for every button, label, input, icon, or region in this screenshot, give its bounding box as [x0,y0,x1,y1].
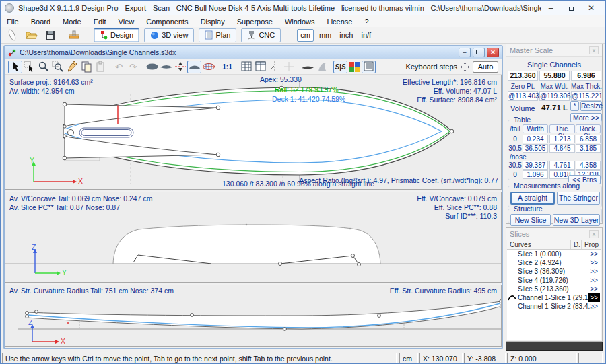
resize-button[interactable]: Resize [580,101,602,111]
prop-button[interactable]: >> [588,302,600,311]
prop-button[interactable]: >> [588,285,600,293]
select-points-tool-icon[interactable] [22,61,36,73]
prop-button[interactable]: >> [588,250,600,258]
prop-button[interactable]: >> [588,258,600,267]
guidelines-icon[interactable] [253,61,267,73]
table-cell[interactable]: 0.234 [523,135,548,143]
dimensions-icon[interactable] [267,61,281,73]
table-cell[interactable]: 4.761 [549,161,575,170]
rocker-view-canvas[interactable]: Av. Str. Curvature Radius Tail: 751 cm N… [5,285,502,347]
table-cell[interactable]: 1.096 [523,170,548,179]
symmetry-icon[interactable] [173,61,187,73]
col-curves[interactable]: Curves [507,240,571,249]
list-item[interactable]: Channel 1-Slice 2 (83.4...>> [507,302,601,311]
menu-help[interactable]: ? [358,17,374,26]
zoom-window-tool-icon[interactable] [50,61,65,73]
collapsed-panel-bar[interactable] [506,342,603,351]
copy-icon[interactable] [79,61,93,73]
table-cell[interactable]: 39.387 [523,161,548,170]
pointer-tool-icon[interactable] [8,61,22,73]
table-cell[interactable]: 3.185 [576,144,601,153]
3d-view-mode-button[interactable]: 3D view [144,28,194,42]
menu-superpose[interactable]: Superpose [231,17,279,26]
menu-mode[interactable]: Mode [57,17,88,26]
list-item[interactable]: Slice 4 (119.726)>> [507,276,601,285]
design-mode-button[interactable]: Design [94,28,139,42]
thickness-value[interactable]: 6.986 [571,71,601,81]
slice-display-icon[interactable]: S|S [333,61,347,73]
menu-display[interactable]: Display [195,17,231,26]
list-item[interactable]: Slice 5 (213.360)>> [507,285,601,293]
colors-icon[interactable] [347,61,362,73]
list-item-selected[interactable]: Channel 1-Slice 1 (29.1...>> [507,293,601,302]
straight-line-button[interactable]: A straight line [510,192,555,205]
col-thic-str[interactable]: Thic. Str [549,124,575,133]
unit-mm[interactable]: mm [316,29,334,42]
width-value[interactable]: 55.880 [539,71,570,81]
profile-view-icon[interactable] [300,61,314,73]
document-title-bar[interactable]: C:\Users\thoma\Downloads\Single Channels… [5,46,502,59]
table-cell[interactable]: 4.358 [576,161,601,170]
table-cell[interactable]: 1.213 [549,135,575,143]
panel-list-icon[interactable] [362,61,376,73]
master-scale-close-icon[interactable]: x [589,46,599,54]
wireframe-view-icon[interactable] [201,61,215,73]
doc-minimize-button[interactable]: – [459,48,471,57]
unit-inf[interactable]: in/f [358,29,374,42]
unit-cm[interactable]: cm [297,29,314,42]
move-cross-icon[interactable] [460,62,470,72]
undo-icon[interactable]: ↶ [112,61,126,73]
doc-close-button[interactable]: ✕ [487,48,499,57]
star-button[interactable]: * [570,101,579,111]
slices-close-icon[interactable]: x [589,230,599,238]
table-cell[interactable]: 6.858 [576,135,601,143]
bottom-view-icon[interactable] [159,61,173,73]
max-thck-value[interactable]: @115.221 [571,91,601,101]
length-value[interactable]: 213.360 [508,71,538,81]
table-cell[interactable]: 4.645 [549,144,575,153]
prop-button[interactable]: >> [588,276,600,285]
menu-file[interactable]: File [1,17,25,26]
plan-mode-button[interactable]: Plan [199,28,236,42]
prop-button[interactable]: >> [588,293,600,302]
pan-tool-icon[interactable] [65,61,79,73]
unit-inch[interactable]: inch [337,29,356,42]
col-prop[interactable]: Prop [582,240,601,249]
close-button[interactable]: ✕ [581,3,601,13]
deck-view-icon[interactable] [187,61,201,73]
auto-button[interactable]: Auto [473,61,498,73]
redo-icon[interactable]: ↷ [126,61,140,73]
minimize-button[interactable]: – [541,3,561,13]
open-file-icon[interactable] [24,28,38,42]
paste-icon[interactable] [93,61,107,73]
slice-view-canvas[interactable]: Av. V/Concave Tail: 0.069 cm Nose: 0.247… [5,192,502,283]
menu-board[interactable]: Board [25,17,57,26]
one-to-one-icon[interactable]: 1:1 [220,61,234,73]
stringer-button[interactable]: The Stringer [557,192,600,205]
menu-windows[interactable]: Windows [279,17,321,26]
master-scale-title-bar[interactable]: Master Scale x [506,44,602,57]
menu-view[interactable]: View [112,17,141,26]
crosshair-icon[interactable] [281,61,296,73]
max-wdt-value[interactable]: @119.306 [539,91,570,101]
machine-export-icon[interactable] [67,28,81,42]
cnc-mode-button[interactable]: CNC [241,28,281,42]
save-icon[interactable] [42,28,57,42]
maximize-button[interactable] [561,3,581,13]
menu-license[interactable]: License [321,17,359,26]
col-rock-str[interactable]: Rock. Str [576,124,601,133]
zoom-in-tool-icon[interactable] [36,61,50,73]
outline-drawing[interactable] [5,75,502,189]
list-item[interactable]: Slice 2 (4.924)>> [507,258,601,267]
list-item[interactable]: Slice 3 (36.309)>> [507,267,601,276]
new-board-icon[interactable] [5,28,20,42]
outline-view-canvas[interactable]: Surface proj.: 9164.63 cm² Av. width: 42… [5,75,502,190]
col-d[interactable]: D. [571,240,582,249]
zero-pt-value[interactable]: @113.403 [508,91,538,101]
doc-maximize-button[interactable] [473,48,485,57]
col-width[interactable]: Width [523,124,548,133]
new-slice-button[interactable]: New Slice [510,214,551,226]
menu-edit[interactable]: Edit [88,17,112,26]
menu-components[interactable]: Components [140,17,194,26]
fin-icon[interactable] [314,61,329,73]
